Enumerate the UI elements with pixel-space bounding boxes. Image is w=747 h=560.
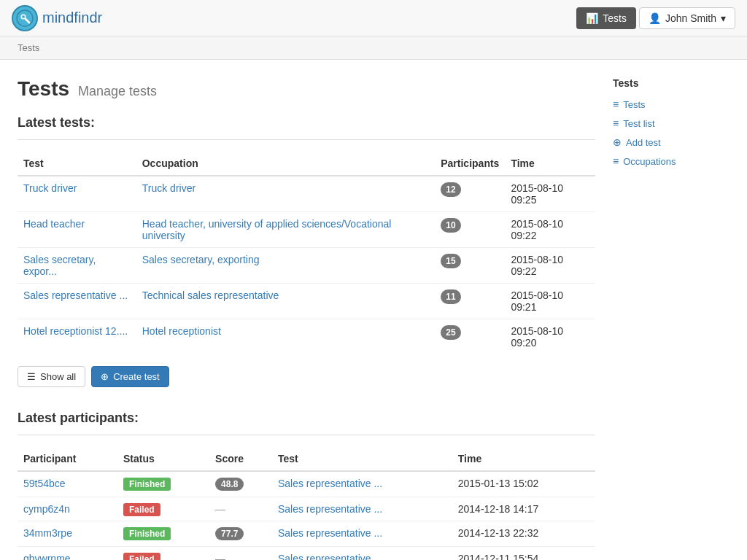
create-test-button[interactable]: ⊕ Create test [91, 366, 169, 387]
sidebar-item-test-list[interactable]: ≡Test list [613, 115, 729, 131]
tests-action-buttons: ☰ Show all ⊕ Create test [18, 366, 595, 387]
sidebar-item-tests[interactable]: ≡Tests [613, 96, 729, 112]
test-link[interactable]: Sales representative ... [278, 503, 382, 515]
col-participants: Participants [435, 152, 505, 176]
sidebar-item-occupations[interactable]: ≡Occupations [613, 153, 729, 169]
test-link[interactable]: Sales representative ... [23, 289, 128, 301]
time-cell: 2015-08-10 09:20 [505, 319, 595, 355]
occupation-link[interactable]: Sales secretary, exporting [142, 254, 260, 265]
list-icon: ≡ [613, 155, 619, 167]
latest-tests-heading: Latest tests: [18, 115, 595, 131]
show-all-label: Show all [40, 371, 76, 382]
tests-table-body: Truck driver Truck driver 12 2015-08-10 … [18, 176, 595, 354]
table-row: 34mm3rpe Finished 77.7 Sales representat… [18, 521, 595, 547]
col-time: Time [505, 152, 595, 176]
table-row: 59t54bce Finished 48.8 Sales representat… [18, 471, 595, 497]
page-subtitle: Manage tests [78, 84, 157, 98]
time-cell: 2014-12-13 22:32 [452, 521, 595, 547]
breadcrumb: Tests [0, 36, 747, 60]
table-row: Sales secretary, expor... Sales secretar… [18, 248, 595, 284]
table-row: qhywrnme Failed — Sales representative .… [18, 547, 595, 561]
time-cell: 2014-12-11 15:54 [452, 547, 595, 561]
show-all-button[interactable]: ☰ Show all [18, 366, 85, 387]
test-link[interactable]: Sales representative ... [278, 527, 382, 539]
tests-table: Test Occupation Participants Time Truck … [18, 152, 595, 354]
sidebar: Tests ≡Tests≡Test list⊕Add test≡Occupati… [613, 77, 729, 560]
time-cell: 2015-08-10 09:22 [505, 248, 595, 284]
sidebar-section-title: Tests [613, 77, 729, 89]
sidebar-link-label: Occupations [623, 156, 676, 167]
participants-badge: 25 [441, 325, 460, 340]
occupation-link[interactable]: Truck driver [142, 182, 196, 194]
occupation-link[interactable]: Technical sales representative [142, 289, 279, 301]
col-status: Status [117, 447, 209, 471]
participants-badge: 11 [441, 289, 460, 304]
occupation-link[interactable]: Head teacher, university of applied scie… [142, 218, 392, 241]
participant-link[interactable]: cymp6z4n [23, 503, 70, 515]
col-score: Score [209, 447, 272, 471]
time-cell: 2015-01-13 15:02 [452, 471, 595, 497]
occupation-link[interactable]: Hotel receptionist [142, 325, 221, 337]
create-label: Create test [113, 371, 160, 382]
participants-table: Participant Status Score Test Time 59t54… [18, 447, 595, 560]
table-row: Hotel receptionist 12.... Hotel receptio… [18, 319, 595, 355]
list-icon: ≡ [613, 117, 619, 129]
participants-table-header: Participant Status Score Test Time [18, 447, 595, 471]
col-test: Test [18, 152, 136, 176]
page-title: Tests [18, 77, 69, 100]
table-row: Sales representative ... Technical sales… [18, 284, 595, 319]
test-link[interactable]: Head teacher [23, 218, 85, 230]
sidebar-link-label: Tests [623, 99, 645, 110]
page-content: Tests Manage tests Latest tests: Test Oc… [0, 60, 747, 560]
test-link[interactable]: Sales representative ... [278, 553, 382, 560]
time-cell: 2015-08-10 09:21 [505, 284, 595, 319]
col-occupation: Occupation [136, 152, 436, 176]
user-menu-button[interactable]: 👤 John Smith ▾ [639, 7, 735, 29]
sidebar-links: ≡Tests≡Test list⊕Add test≡Occupations [613, 96, 729, 169]
caret-down-icon: ▾ [721, 12, 726, 24]
brand-logo-icon [12, 5, 38, 31]
time-cell: 2014-12-18 14:17 [452, 497, 595, 521]
plus-icon: ⊕ [613, 136, 622, 148]
col-time: Time [452, 447, 595, 471]
col-test: Test [272, 447, 452, 471]
svg-point-2 [22, 15, 25, 18]
table-row: Truck driver Truck driver 12 2015-08-10 … [18, 176, 595, 212]
status-badge: Finished [123, 527, 171, 540]
sidebar-item-add-test[interactable]: ⊕Add test [613, 134, 729, 150]
score-dash: — [215, 553, 225, 560]
tests-nav-button[interactable]: 📊 Tests [576, 7, 636, 29]
test-link[interactable]: Sales secretary, expor... [23, 254, 96, 277]
score-badge: 77.7 [215, 527, 244, 540]
sidebar-link-label: Add test [626, 137, 661, 148]
breadcrumb-label: Tests [18, 42, 39, 53]
latest-participants-section: Latest participants: Participant Status … [18, 411, 595, 560]
status-badge: Failed [123, 503, 160, 516]
latest-tests-section: Latest tests: Test Occupation Participan… [18, 115, 595, 387]
test-link[interactable]: Sales representative ... [278, 478, 382, 489]
participants-badge: 12 [441, 182, 460, 197]
table-row: Head teacher Head teacher, university of… [18, 212, 595, 248]
status-badge: Finished [123, 478, 171, 491]
status-badge: Failed [123, 553, 160, 560]
brand-name: mindfindr [42, 9, 102, 26]
list-icon: ≡ [613, 98, 619, 110]
test-link[interactable]: Truck driver [23, 182, 77, 194]
tests-table-header: Test Occupation Participants Time [18, 152, 595, 176]
participant-link[interactable]: 59t54bce [23, 478, 66, 489]
test-link[interactable]: Hotel receptionist 12.... [23, 325, 128, 337]
participant-link[interactable]: 34mm3rpe [23, 527, 72, 539]
participants-badge: 15 [441, 254, 460, 268]
navbar-right: 📊 Tests 👤 John Smith ▾ [576, 7, 735, 29]
time-cell: 2015-08-10 09:25 [505, 176, 595, 212]
col-participant: Participant [18, 447, 117, 471]
participant-link[interactable]: qhywrnme [23, 553, 71, 560]
brand-logo-link[interactable]: mindfindr [12, 5, 102, 31]
page-title-block: Tests Manage tests [18, 77, 595, 101]
main-content: Tests Manage tests Latest tests: Test Oc… [18, 77, 595, 560]
user-icon: 👤 [649, 12, 661, 24]
plus-icon: ⊕ [101, 371, 109, 382]
divider2 [18, 435, 595, 435]
score-badge: 48.8 [215, 478, 244, 491]
sidebar-link-label: Test list [623, 118, 654, 129]
